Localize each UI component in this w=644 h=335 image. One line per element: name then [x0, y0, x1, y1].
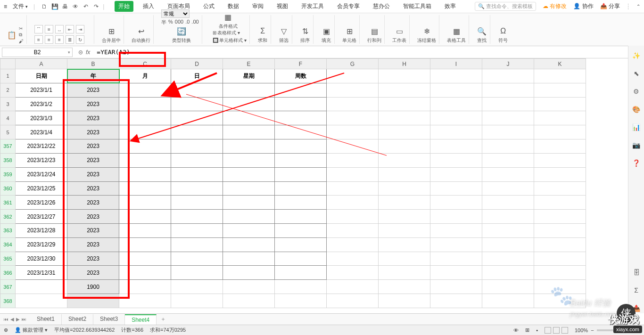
row-header-360[interactable]: 360 — [0, 181, 16, 196]
cell[interactable] — [430, 83, 482, 97]
sidebar-help-icon[interactable]: ❓ — [631, 158, 642, 168]
cell[interactable] — [119, 125, 171, 139]
cell[interactable] — [275, 181, 327, 196]
cell-A364[interactable]: 2023/12/29 — [16, 237, 67, 252]
cell[interactable] — [171, 266, 223, 280]
sheet-nav-last-icon[interactable]: ⏭ — [22, 317, 26, 322]
sheet-nav-next-icon[interactable]: ▶ — [16, 317, 20, 322]
cut-icon[interactable]: ✂ — [19, 26, 24, 31]
cell-B3[interactable]: 2023 — [67, 97, 119, 111]
align-top-icon[interactable]: ⎴ — [34, 25, 43, 33]
align-center-icon[interactable]: ≡ — [45, 35, 53, 44]
cell[interactable] — [430, 280, 482, 294]
cell[interactable] — [379, 111, 430, 125]
cell-B357[interactable]: 2023 — [67, 139, 119, 154]
cell[interactable] — [482, 196, 534, 210]
cell[interactable] — [482, 252, 534, 266]
cell[interactable] — [223, 294, 275, 308]
cell[interactable] — [275, 83, 327, 97]
cell[interactable] — [534, 167, 586, 181]
row-header-5[interactable]: 5 — [0, 125, 16, 139]
indent-dec-icon[interactable]: ⇤ — [66, 25, 74, 33]
add-sheet-button[interactable]: ＋ — [157, 315, 170, 323]
cell[interactable] — [171, 210, 223, 224]
cell-B1[interactable]: 年 — [67, 69, 119, 83]
cell[interactable] — [119, 153, 171, 167]
cell[interactable] — [379, 252, 430, 266]
cell[interactable] — [327, 210, 379, 224]
cell[interactable] — [171, 196, 223, 210]
cell[interactable] — [534, 97, 586, 111]
cell[interactable] — [275, 237, 327, 252]
tab-会员专享[interactable]: 会员专享 — [333, 1, 363, 12]
sidebar-db-icon[interactable]: 🗄 — [631, 267, 642, 278]
cell[interactable] — [327, 181, 379, 196]
cell[interactable] — [534, 153, 586, 167]
qat-undo-icon[interactable]: ↶ — [82, 3, 90, 10]
cell[interactable] — [379, 181, 430, 196]
cell[interactable] — [327, 266, 379, 280]
cell[interactable] — [119, 167, 171, 181]
cell[interactable] — [119, 111, 171, 125]
row-header-367[interactable]: 367 — [0, 280, 16, 294]
row-header-358[interactable]: 358 — [0, 153, 16, 167]
sheet-nav-prev-icon[interactable]: ◀ — [10, 317, 14, 322]
cell[interactable] — [327, 196, 379, 210]
col-header-E[interactable]: E — [223, 59, 275, 69]
pending-changes[interactable]: ☁ 有修改 — [543, 2, 567, 10]
paste-button[interactable]: 📋 — [7, 30, 17, 40]
cell[interactable] — [430, 181, 482, 196]
cell[interactable] — [223, 139, 275, 154]
qat-save-icon[interactable]: 💾 — [51, 3, 58, 10]
cell-D1[interactable]: 日 — [171, 69, 223, 83]
cell[interactable] — [223, 280, 275, 294]
sheet-button[interactable]: ▭工作表 — [392, 26, 406, 44]
row-header-3[interactable]: 3 — [0, 97, 16, 111]
status-eye-icon[interactable]: 👁 — [513, 327, 519, 333]
cell-A358[interactable]: 2023/12/23 — [16, 153, 67, 167]
cell[interactable] — [327, 237, 379, 252]
cell[interactable] — [430, 237, 482, 252]
sheet-tab-Sheet2[interactable]: Sheet2 — [62, 314, 93, 325]
fx-icon[interactable]: fx — [86, 49, 90, 56]
cell[interactable] — [119, 97, 171, 111]
cell[interactable] — [119, 83, 171, 97]
cell[interactable] — [379, 83, 430, 97]
cell[interactable] — [119, 294, 171, 308]
cell[interactable] — [482, 237, 534, 252]
sidebar-camera-icon[interactable]: 📷 — [631, 140, 642, 150]
cell[interactable] — [534, 69, 586, 83]
cancel-formula-icon[interactable]: ⊝ — [78, 49, 83, 56]
cell-B368[interactable] — [67, 294, 119, 308]
cell-B364[interactable]: 2023 — [67, 237, 119, 252]
cell[interactable] — [482, 111, 534, 125]
spreadsheet-grid[interactable]: ABCDEFGHIJK1日期年月日星期周数22023/1/1202332023/… — [0, 58, 644, 308]
align-left-icon[interactable]: ≡ — [34, 35, 43, 44]
cell[interactable] — [275, 210, 327, 224]
name-box[interactable]: B2 — [2, 48, 73, 57]
cell[interactable] — [327, 153, 379, 167]
cell-B367[interactable]: 1900 — [67, 280, 119, 294]
cell[interactable] — [223, 266, 275, 280]
cell[interactable] — [327, 167, 379, 181]
col-header-F[interactable]: F — [275, 59, 327, 69]
cell[interactable] — [223, 83, 275, 97]
cell[interactable] — [119, 223, 171, 237]
cell[interactable] — [171, 181, 223, 196]
cell-B361[interactable]: 2023 — [67, 196, 119, 210]
cell[interactable] — [430, 97, 482, 111]
sidebar-ai-icon[interactable]: ✨ — [631, 50, 642, 61]
cell-A362[interactable]: 2023/12/27 — [16, 210, 67, 224]
cell[interactable] — [327, 83, 379, 97]
cell[interactable] — [327, 139, 379, 154]
cell[interactable] — [327, 69, 379, 83]
share-button[interactable]: 📤 分享 — [600, 2, 620, 10]
row-header-359[interactable]: 359 — [0, 167, 16, 181]
cell[interactable] — [275, 223, 327, 237]
cell[interactable] — [534, 237, 586, 252]
cell[interactable] — [430, 294, 482, 308]
cell-A368[interactable] — [16, 294, 67, 308]
col-header-A[interactable]: A — [16, 59, 67, 69]
filter-button[interactable]: ▽筛选 — [279, 26, 289, 44]
cell[interactable] — [534, 252, 586, 266]
